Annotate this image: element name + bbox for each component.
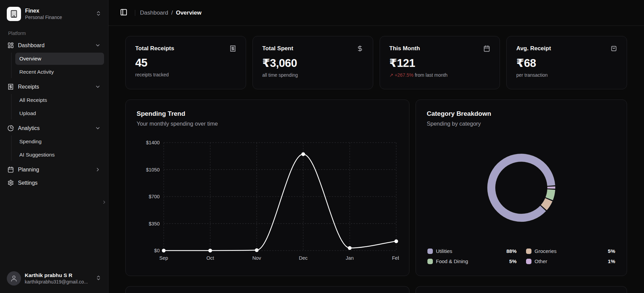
chart-subtitle: Spending by category (427, 121, 616, 127)
stat-subtext: per transaction (516, 72, 617, 78)
legend-value: 1% (608, 258, 615, 264)
stat-label: This Month (389, 45, 420, 52)
spending-trend-chart: $0$350$700$1050$1400SepOctNovDecJanFeb (137, 138, 398, 265)
user-menu[interactable]: Karthik prabhu S R karthikprabhu319@gmai… (4, 269, 104, 288)
avatar (7, 271, 21, 286)
donut-chart (482, 149, 560, 227)
line-chart: $0$350$700$1050$1400SepOctNovDecJanFeb (137, 138, 399, 264)
nav-group-receipts: Receipts All Receipts Upload (4, 80, 104, 122)
legend-swatch (427, 249, 433, 254)
chart-subtitle: Your monthly spending over time (137, 121, 398, 127)
sidebar-item-dashboard[interactable]: Dashboard (4, 39, 104, 52)
sidebar-rail-chevron-icon[interactable] (102, 200, 107, 206)
workspace-switcher[interactable]: Finex Personal Finance (4, 4, 104, 24)
receipt-icon (229, 45, 236, 52)
stat-subtext: all time spending (262, 72, 363, 78)
breadcrumb-parent[interactable]: Dashboard (140, 10, 168, 16)
stat-value: 45 (135, 56, 236, 69)
stat-subtext: from last month (415, 72, 447, 78)
stat-card-total-spent: Total Spent ₹3,060 all time spending (253, 36, 373, 89)
breadcrumb-current: Overview (176, 10, 202, 16)
stats-row: Total Receipts 45 receipts tracked Total… (125, 36, 627, 89)
sidebar-item-overview[interactable]: Overview (15, 53, 104, 65)
partial-cards-row (125, 286, 627, 293)
legend-swatch (526, 259, 531, 264)
chevrons-up-down-icon (96, 11, 101, 18)
legend-label: Food & Dining (436, 258, 468, 264)
stat-subtext: receipts tracked (135, 72, 236, 77)
sidebar-toggle-button[interactable] (117, 6, 130, 19)
legend-label: Other (535, 258, 547, 264)
partial-card (416, 286, 627, 293)
sidebar-item-spending[interactable]: Spending (15, 135, 104, 148)
stat-value: ₹121 (389, 56, 490, 70)
stat-value: ₹68 (516, 56, 617, 70)
category-donut-chart (427, 127, 616, 248)
user-name: Karthik prabhu S R (25, 272, 92, 278)
svg-text:Sep: Sep (159, 255, 168, 261)
stat-card-avg-receipt: Avg. Receipt ₹68 per transaction (506, 36, 627, 89)
svg-text:Feb: Feb (392, 255, 399, 261)
top-header: Dashboard / Overview (108, 0, 644, 26)
svg-text:$1400: $1400 (146, 140, 160, 145)
chevron-right-icon (95, 167, 101, 172)
nav-sublist-dashboard: Overview Recent Activity (11, 53, 104, 78)
sidebar: Finex Personal Finance Platform Dashboar… (0, 0, 108, 293)
sidebar-item-label: Receipts (18, 84, 39, 90)
svg-text:$0: $0 (154, 248, 160, 253)
chevron-down-icon (95, 125, 101, 131)
chart-title: Category Breakdown (427, 110, 616, 117)
legend-value: 5% (509, 258, 517, 264)
sidebar-item-recent-activity[interactable]: Recent Activity (15, 66, 104, 78)
category-breakdown-card: Category Breakdown Spending by category … (416, 99, 627, 276)
trend-percent: +267.5% (395, 72, 414, 78)
sidebar-item-analytics[interactable]: Analytics (4, 122, 104, 135)
legend-label: Groceries (535, 248, 557, 254)
header-divider (135, 10, 135, 16)
pie-chart-icon (7, 125, 14, 131)
breadcrumb: Dashboard / Overview (140, 10, 202, 16)
nav-group-analytics: Analytics Spending AI Suggestions (4, 122, 104, 163)
calendar-icon (483, 45, 490, 52)
receipt-icon (7, 84, 14, 90)
sidebar-item-ai-suggestions[interactable]: AI Suggestions (15, 149, 104, 161)
sidebar-item-all-receipts[interactable]: All Receipts (15, 94, 104, 106)
panel-left-icon (120, 8, 127, 17)
stat-label: Total Spent (262, 45, 293, 52)
sidebar-item-planning[interactable]: Planning (4, 163, 104, 176)
sidebar-item-settings[interactable]: Settings (4, 176, 104, 189)
chevrons-up-down-icon (96, 275, 101, 282)
sidebar-item-upload[interactable]: Upload (15, 107, 104, 120)
stat-card-this-month: This Month ₹121 ↗ +267.5% from last mont… (380, 36, 500, 89)
layout-dashboard-icon (7, 42, 14, 49)
svg-text:$350: $350 (149, 221, 160, 226)
sidebar-nav: Dashboard Overview Recent Activity Recei… (4, 39, 104, 189)
svg-text:Jan: Jan (346, 255, 354, 261)
legend-swatch (526, 249, 531, 254)
sidebar-item-label: Planning (18, 167, 39, 173)
sidebar-item-label: Analytics (18, 125, 40, 131)
charts-row: Spending Trend Your monthly spending ove… (125, 99, 627, 276)
svg-text:$700: $700 (149, 194, 160, 199)
shopping-bag-icon (610, 45, 617, 52)
legend-value: 5% (608, 248, 615, 254)
stat-label: Avg. Receipt (516, 45, 551, 52)
stat-trend-line: ↗ +267.5% from last month (389, 72, 490, 78)
main-area: Dashboard / Overview Total Receipts 45 (108, 0, 644, 293)
calendar-icon (7, 166, 14, 173)
legend-item-food-dining: Food & Dining 5% (427, 258, 517, 264)
legend-item-groceries: Groceries 5% (526, 248, 615, 254)
chevron-down-icon (95, 84, 101, 90)
spending-trend-card: Spending Trend Your monthly spending ove… (125, 99, 409, 276)
app-name: Finex (25, 8, 92, 14)
nav-sublist-analytics: Spending AI Suggestions (11, 135, 104, 161)
svg-text:Oct: Oct (206, 255, 214, 261)
chart-legend: Utilities 88% Groceries 5% Food & Dining… (427, 248, 616, 265)
sidebar-item-receipts[interactable]: Receipts (4, 80, 104, 93)
sidebar-item-label: Settings (18, 180, 38, 186)
stat-card-total-receipts: Total Receipts 45 receipts tracked (125, 36, 246, 89)
legend-item-utilities: Utilities 88% (427, 248, 517, 254)
sidebar-item-label: Dashboard (18, 42, 44, 49)
legend-item-other: Other 1% (526, 258, 615, 264)
user-email: karthikprabhu319@gmail.co... (25, 279, 92, 285)
